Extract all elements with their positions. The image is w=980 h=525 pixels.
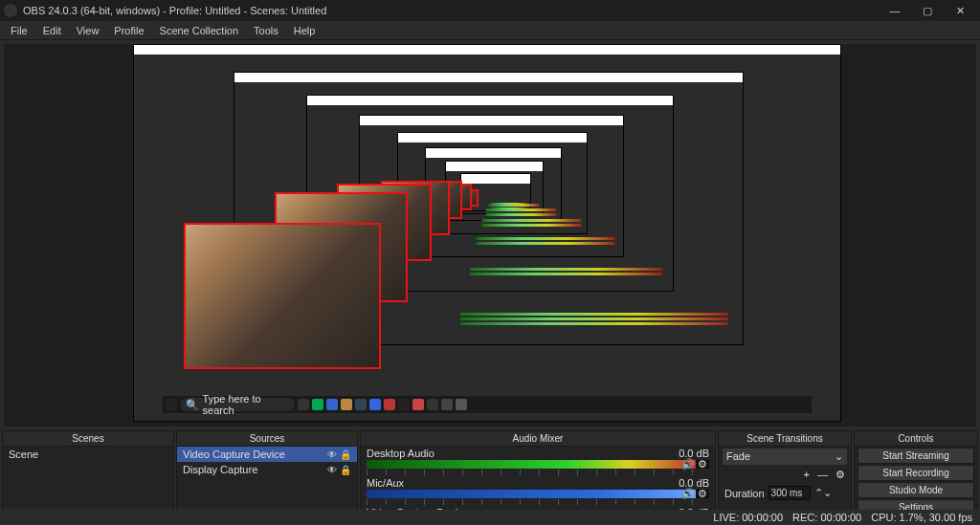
start-recording-button[interactable]: Start Recording xyxy=(858,465,974,481)
transition-select[interactable]: Fade⌄ xyxy=(723,448,847,465)
mixer-settings-icon[interactable]: ⚙ xyxy=(698,488,707,500)
visibility-toggle-icon[interactable]: 👁 🔒 xyxy=(327,465,351,475)
duration-label: Duration xyxy=(724,488,765,499)
menu-help[interactable]: Help xyxy=(287,23,323,38)
maximize-button[interactable]: ▢ xyxy=(911,0,944,21)
sources-header: Sources xyxy=(177,431,357,447)
preview-canvas[interactable]: 🔍Type here to search xyxy=(4,44,976,427)
start-icon xyxy=(166,399,177,410)
mixer-track: Mic/Aux0.0 dB 🔊⚙ xyxy=(361,476,715,506)
mixer-settings-icon[interactable]: ⚙ xyxy=(698,458,707,470)
menu-bar: File Edit View Profile Scene Collection … xyxy=(0,21,980,40)
mixer-header: Audio Mixer xyxy=(361,431,715,447)
visibility-toggle-icon[interactable]: 👁 🔒 xyxy=(327,449,351,460)
webcam-source-frame[interactable] xyxy=(184,223,382,369)
remove-transition-button[interactable]: — xyxy=(817,469,828,481)
mixer-track: Desktop Audio0.0 dB 🔊⚙ xyxy=(361,447,715,476)
start-streaming-button[interactable]: Start Streaming xyxy=(858,448,974,464)
minimize-button[interactable]: — xyxy=(879,0,911,21)
window-title: OBS 24.0.3 (64-bit, windows) - Profile: … xyxy=(23,5,879,16)
status-cpu: CPU: 1.7%, 30.00 fps xyxy=(871,512,972,523)
status-live: LIVE: 00:00:00 xyxy=(713,512,783,523)
menu-scene-collection[interactable]: Scene Collection xyxy=(153,23,246,38)
volume-icon[interactable]: 🔊 xyxy=(681,458,695,470)
studio-mode-button[interactable]: Studio Mode xyxy=(858,482,974,498)
menu-view[interactable]: View xyxy=(70,23,106,38)
volume-icon[interactable]: 🔊 xyxy=(681,488,695,500)
scene-item[interactable]: Scene xyxy=(3,447,173,462)
menu-edit[interactable]: Edit xyxy=(36,23,68,38)
captured-taskbar: 🔍Type here to search xyxy=(163,396,813,413)
transition-settings-button[interactable]: ⚙ xyxy=(835,469,845,481)
scenes-header: Scenes xyxy=(3,431,173,447)
menu-profile[interactable]: Profile xyxy=(107,23,150,38)
app-icon xyxy=(4,4,17,17)
transitions-header: Scene Transitions xyxy=(719,431,851,447)
status-rec: REC: 00:00:00 xyxy=(792,512,861,523)
menu-file[interactable]: File xyxy=(4,23,34,38)
menu-tools[interactable]: Tools xyxy=(247,23,285,38)
add-transition-button[interactable]: + xyxy=(804,469,810,481)
duration-input[interactable] xyxy=(768,486,811,500)
stepper-icon[interactable]: ⌃⌄ xyxy=(814,487,832,499)
close-button[interactable]: ✕ xyxy=(944,0,976,21)
controls-header: Controls xyxy=(855,431,977,447)
taskbar-search: 🔍Type here to search xyxy=(180,398,295,411)
title-bar: OBS 24.0.3 (64-bit, windows) - Profile: … xyxy=(0,0,980,21)
status-bar: LIVE: 00:00:00 REC: 00:00:00 CPU: 1.7%, … xyxy=(0,510,980,525)
source-item[interactable]: Display Capture 👁 🔒 xyxy=(177,462,357,477)
source-item[interactable]: Video Capture Device 👁 🔒 xyxy=(177,447,357,462)
chevron-down-icon: ⌄ xyxy=(835,450,843,463)
